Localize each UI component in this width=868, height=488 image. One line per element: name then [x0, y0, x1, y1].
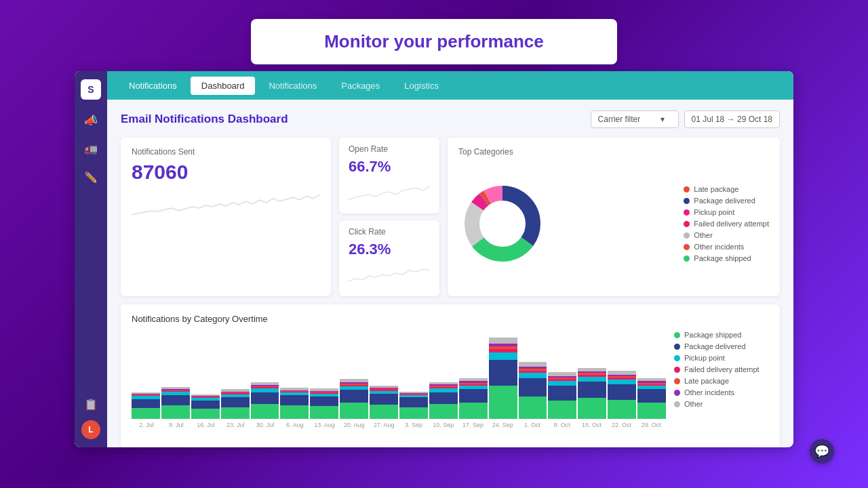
legend-dot-other2 — [674, 401, 680, 407]
bar-group — [251, 382, 279, 420]
legend-dot-package-delivered — [684, 198, 690, 204]
overtime-bar-chart: 2. Jul9. Jul16. Jul23. Jul30. Jul6. Aug1… — [132, 331, 666, 439]
legend-item-package-delivered: Package delivered — [684, 197, 769, 205]
overtime-legend-incidents: Other incidents — [674, 388, 769, 396]
dashboard-title: Email Notifications Dashboard — [121, 113, 288, 126]
svg-point-6 — [481, 202, 524, 245]
x-axis-label: 20. Aug — [339, 422, 369, 428]
legend-item-late-package: Late package — [684, 185, 769, 193]
legend-item-other: Other — [684, 231, 769, 239]
truck-icon[interactable]: 🚛 — [83, 140, 99, 157]
bar-segment — [191, 409, 220, 419]
sidebar: S 📣 🚛 ✏️ 📋 L — [75, 71, 107, 447]
legend-dot-incidents — [674, 390, 680, 396]
legend-label-other: Other — [694, 231, 713, 239]
legend-dot-pickup — [674, 355, 680, 361]
date-range-picker[interactable]: 01 Jul 18 → 29 Oct 18 — [684, 110, 780, 128]
bar-segment — [310, 406, 338, 419]
bar-group — [161, 387, 190, 419]
bar-segment — [489, 352, 517, 360]
sidebar-logo: S — [81, 79, 101, 100]
x-axis-label: 22. Oct — [607, 422, 637, 428]
categories-content: Late package Package delivered Pickup po… — [458, 161, 769, 287]
bar-segment — [608, 400, 636, 419]
bar-segment — [489, 338, 517, 344]
bar-segment — [132, 408, 160, 419]
bar-segment — [340, 390, 368, 403]
overtime-legend-label-pickup: Pickup point — [684, 354, 725, 362]
tab-notifications[interactable]: Notifications — [258, 77, 328, 95]
bar-segment — [191, 401, 220, 409]
legend-label-pickup-point: Pickup point — [694, 208, 734, 216]
bar-segment — [399, 397, 428, 407]
legend-dot-late-package — [684, 186, 690, 192]
legend-dot-package-shipped — [684, 256, 690, 262]
legend-dot-shipped — [674, 332, 680, 338]
open-rate-card: Open Rate 66.7% — [339, 138, 439, 214]
legend-dot-pickup-point — [684, 209, 690, 216]
legend-label-package-delivered: Package delivered — [694, 197, 755, 205]
top-categories-card: Top Categories — [448, 138, 780, 296]
click-rate-label: Click Rate — [349, 227, 430, 237]
click-rate-value: 26.3% — [349, 241, 430, 258]
x-axis-label: 2. Jul — [132, 422, 161, 428]
tab-logistics[interactable]: Logistics — [393, 77, 450, 95]
carrier-filter-dropdown[interactable]: Carrier filter ▾ — [591, 110, 679, 128]
x-axis-label: 27. Aug — [369, 422, 399, 428]
overtime-legend-label-delivered: Package delivered — [684, 342, 746, 350]
chat-bubble[interactable]: 💬 — [810, 439, 834, 464]
bar-segment — [370, 405, 398, 419]
cards-row: Notifications Sent 87060 Open Rate 66.7% — [121, 138, 780, 296]
click-rate-sparkline — [349, 262, 430, 289]
avatar[interactable]: L — [81, 420, 100, 439]
x-axis-label: 16. Jul — [191, 422, 221, 428]
megaphone-icon[interactable]: 📣 — [83, 112, 99, 128]
x-axis-label: 29. Oct — [636, 422, 666, 428]
tab-dashboard[interactable]: Dashboard — [191, 77, 256, 95]
bar-segment — [280, 405, 309, 419]
bar-group — [191, 394, 220, 419]
overtime-legend-delivered: Package delivered — [674, 342, 769, 350]
bar-group — [519, 362, 547, 419]
bar-segment — [637, 389, 666, 403]
bar-segment — [519, 396, 547, 419]
notifications-sent-label: Notifications Sent — [132, 147, 320, 157]
bar-segment — [399, 407, 428, 419]
overtime-legend-pickup: Pickup point — [674, 354, 769, 362]
legend-dot-delivered — [674, 344, 680, 350]
overtime-legend-late: Late package — [674, 377, 769, 385]
dashboard-controls: Carrier filter ▾ 01 Jul 18 → 29 Oct 18 — [591, 110, 780, 128]
bar-chart-inner — [132, 331, 666, 419]
overtime-legend-label-failed: Failed delivery attempt — [684, 365, 760, 373]
overtime-legend-shipped: Package shipped — [674, 331, 769, 339]
bar-group — [459, 378, 488, 419]
document-icon[interactable]: 📋 — [83, 396, 99, 412]
small-cards-column: Open Rate 66.7% Click Rate 26.3% — [339, 138, 439, 296]
bar-group — [310, 388, 338, 419]
legend-label-other-incidents: Other incidents — [694, 243, 744, 251]
legend-dot-failed — [674, 367, 680, 373]
click-rate-card: Click Rate 26.3% — [339, 220, 439, 296]
edit-icon[interactable]: ✏️ — [83, 169, 99, 185]
bar-group — [637, 378, 666, 419]
bar-segment — [221, 397, 250, 407]
x-axis-label: 8. Oct — [547, 422, 577, 428]
bar-segment — [429, 392, 458, 404]
bar-group — [221, 389, 250, 419]
bar-segment — [132, 399, 160, 408]
notifications-sent-sparkline — [132, 189, 320, 216]
top-categories-title: Top Categories — [458, 147, 769, 157]
bar-segment — [578, 377, 606, 382]
x-axis-label: 24. Sep — [488, 422, 517, 428]
overtime-legend-label-incidents: Other incidents — [684, 388, 734, 396]
bar-segment — [489, 360, 517, 386]
bar-segment — [459, 389, 488, 403]
tab-packages[interactable]: Packages — [330, 77, 391, 95]
bar-segment — [578, 398, 606, 419]
x-axis-label: 23. Jul — [220, 422, 250, 428]
x-axis-label: 30. Jul — [250, 422, 280, 428]
legend-item-pickup-point: Pickup point — [684, 208, 769, 216]
x-axis-label: 9. Jul — [161, 422, 191, 428]
legend-dot-other — [684, 232, 690, 239]
bar-segment — [221, 407, 250, 419]
